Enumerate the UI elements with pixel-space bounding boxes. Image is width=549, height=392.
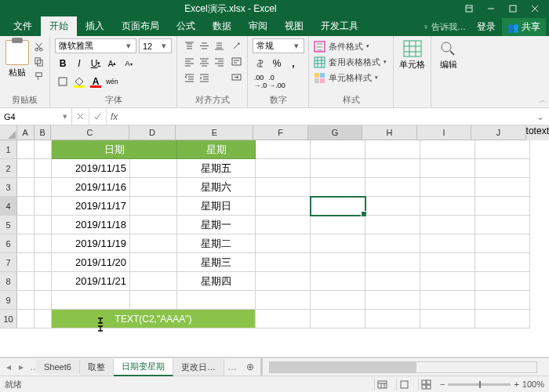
underline-button[interactable]: U▾ [88,56,104,71]
tab-data[interactable]: 数据 [204,16,240,36]
cell[interactable] [17,216,35,234]
cancel-formula-button[interactable] [72,108,89,125]
cell-weekday[interactable]: 星期五 [177,159,256,178]
align-right-button[interactable] [212,54,226,68]
cell[interactable] [311,216,365,234]
cell[interactable] [17,253,35,272]
cell-weekday[interactable]: 星期四 [177,272,256,291]
decrease-font-button[interactable]: A▾ [121,56,136,71]
zoom-slider[interactable] [448,383,511,386]
cell[interactable] [256,234,311,253]
align-bottom-button[interactable] [212,38,226,53]
cell[interactable] [311,178,365,197]
editing-button[interactable]: 编辑 [436,38,461,71]
align-left-button[interactable] [182,54,196,68]
cells-button[interactable]: 单元格 [398,38,426,71]
tell-me[interactable]: ♀ 告诉我… [418,21,471,33]
cut-button[interactable] [32,40,45,53]
cell[interactable] [420,253,475,272]
cell[interactable] [35,159,52,178]
tab-review[interactable]: 审阅 [240,16,276,36]
col-header[interactable]: B [35,125,52,140]
enter-formula-button[interactable] [89,108,107,125]
name-box[interactable]: G4▾ [0,108,72,125]
cell[interactable] [365,140,420,159]
login-button[interactable]: 登录 [472,20,500,34]
cell[interactable] [475,272,530,291]
percent-button[interactable]: % [269,56,285,71]
cell[interactable] [420,272,475,291]
wrap-text-button[interactable] [229,54,243,68]
share-button[interactable]: 👥共享 [502,18,546,36]
sheet-tab[interactable]: 取整 [80,359,114,376]
border-button[interactable] [55,74,71,89]
tab-view[interactable]: 视图 [276,16,312,36]
page-layout-view-button[interactable] [396,378,412,390]
cell[interactable] [35,216,52,234]
row-header[interactable]: 3 [0,178,17,197]
cell[interactable] [130,272,177,291]
paste-button[interactable]: 粘贴 [5,38,30,78]
zoom-out-button[interactable]: − [440,379,445,389]
cell[interactable] [365,216,420,234]
cell[interactable] [256,197,311,216]
tab-developer[interactable]: 开发工具 [312,16,367,36]
select-all-corner[interactable] [0,125,17,140]
horizontal-scrollbar[interactable] [269,361,537,373]
copy-button[interactable] [32,55,45,67]
cell-active[interactable] [311,197,365,216]
tab-file[interactable]: 文件 [5,16,41,36]
cell-weekday[interactable]: 星期一 [177,216,256,234]
cell[interactable] [365,159,420,178]
row-header[interactable]: 4 [0,197,17,216]
cell[interactable] [256,178,311,197]
cell[interactable] [256,216,311,234]
row-header[interactable]: 5 [0,216,17,234]
cell[interactable] [35,291,52,310]
sheet-tab[interactable]: 更改日… [173,359,224,376]
cell[interactable] [311,310,365,328]
cell[interactable] [35,178,52,197]
tab-home[interactable]: 开始 [41,16,77,36]
collapse-ribbon-button[interactable]: ︿ [539,95,547,106]
cell[interactable] [35,253,52,272]
cell[interactable] [35,272,52,291]
cell[interactable] [256,310,311,328]
comma-button[interactable]: , [285,56,301,71]
cell[interactable] [365,234,420,253]
cell[interactable] [130,253,177,272]
normal-view-button[interactable] [374,378,390,390]
font-size-combo[interactable]: 12▾ [139,38,172,53]
formula-input[interactable] [122,108,532,125]
row-header[interactable]: 9 [0,291,17,310]
row-header[interactable]: 2 [0,159,17,178]
cell[interactable] [17,310,35,328]
cell[interactable] [420,197,475,216]
cell[interactable] [311,253,365,272]
cell[interactable] [420,178,475,197]
cell[interactable] [52,291,130,310]
conditional-format-button[interactable]: 条件格式▾ [314,39,388,53]
cell[interactable] [35,310,52,328]
col-header[interactable]: E [176,125,253,140]
cell-date[interactable]: 2019/11/17 [52,197,130,216]
cell-date[interactable]: 2019/11/15 [52,159,130,178]
cell[interactable] [420,216,475,234]
cell-date[interactable]: 2019/11/16 [52,178,130,197]
sheet-tab-active[interactable]: 日期变星期 [114,358,173,376]
phonetic-button[interactable]: wén [104,74,120,89]
sheet-tab[interactable]: Sheet6 [36,360,80,374]
cell-header-date[interactable]: 日期 [52,140,177,159]
cell[interactable] [475,197,530,216]
cell[interactable] [17,291,35,310]
cell[interactable] [365,178,420,197]
cell-weekday[interactable]: 星期三 [177,253,256,272]
col-header[interactable]: G [308,125,362,140]
cell[interactable] [475,234,530,253]
col-header[interactable]: C [51,125,129,140]
cell-styles-button[interactable]: 单元格样式▾ [314,71,388,85]
fill-color-button[interactable] [71,74,87,89]
sheet-nav-prev[interactable]: ◂ [3,361,14,372]
cell[interactable] [365,197,420,216]
col-header[interactable]: A [17,125,35,140]
